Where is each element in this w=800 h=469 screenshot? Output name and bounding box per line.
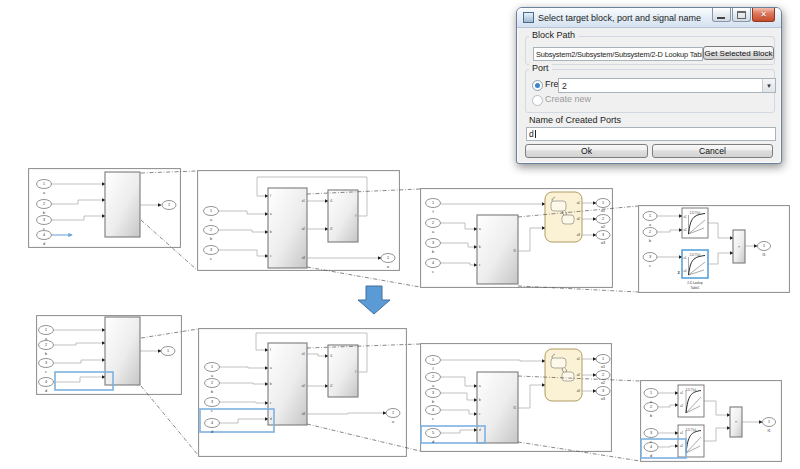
signal-name: o2: [601, 225, 605, 229]
ok-button[interactable]: Ok: [525, 144, 648, 158]
subsystem-block: [477, 215, 518, 284]
signal-name: f1: [762, 253, 765, 257]
inport-number: 2: [43, 202, 45, 206]
block-port-label: o2: [302, 384, 306, 388]
before-after-arrow: [358, 286, 390, 314]
block-port-label: o1: [577, 201, 581, 205]
inport-number: 2: [432, 221, 434, 225]
inport-number: 1: [650, 391, 652, 395]
outport-number: 1: [763, 244, 765, 248]
inport-number: 5: [432, 431, 434, 435]
close-icon: ✕: [760, 11, 767, 19]
close-button[interactable]: ✕: [752, 8, 775, 22]
lookup-table-title: 2-D T(u): [690, 253, 700, 257]
inport-number: 4: [432, 408, 434, 412]
outport-number: 2: [602, 217, 604, 221]
outport-number: 1: [768, 420, 770, 424]
signal-name: d: [650, 454, 652, 458]
outport-number: 2: [602, 373, 604, 377]
chevron-down-icon: ▼: [762, 79, 775, 92]
inport-number: 3: [432, 241, 434, 245]
signal-name: b: [45, 352, 47, 356]
inport-number: 1: [432, 358, 434, 362]
minimize-button[interactable]: [712, 8, 731, 22]
inport-number: 2: [210, 228, 212, 232]
block-port-label: u2: [680, 404, 684, 408]
block-port-label: o2: [577, 373, 581, 377]
inport-number: 3: [432, 391, 434, 395]
select-target-dialog: Select target block, port and signal nam…: [516, 7, 782, 164]
inport-number: 3: [45, 361, 47, 365]
diagram-subsystem2-before: 1a2b3cfabco1o2o3i1i2f1o: [197, 170, 400, 271]
block-port-label: o1: [302, 199, 306, 203]
diagram-root-after: 1a2b3c4d1: [36, 315, 182, 395]
block-port-label: o3: [302, 256, 306, 260]
inport-number: 2: [649, 230, 651, 234]
block-port-label: u1: [680, 431, 684, 435]
product-symbol: ×: [735, 420, 737, 424]
get-selected-block-button[interactable]: Get Selected Block: [703, 46, 774, 60]
outport-number: 3: [602, 389, 604, 393]
inport-number: 4: [43, 233, 45, 237]
block-port-label: i2: [330, 227, 333, 231]
outport-number: 1: [387, 256, 389, 260]
signal-name: f1: [767, 429, 770, 433]
maximize-button[interactable]: [732, 8, 751, 22]
inport-number: 1: [432, 201, 434, 205]
signal-name: b: [211, 390, 213, 394]
signal-name: b: [43, 211, 45, 215]
signal-name: c: [210, 257, 212, 261]
signal-name: c: [45, 370, 47, 374]
name-of-created-ports-input[interactable]: d: [526, 127, 776, 141]
inport-number: 2: [650, 405, 652, 409]
diagram-subsystem-before: 1f2a3b4cabcf1o1o2o31o12o23o3: [420, 188, 613, 288]
signal-name: b: [649, 239, 651, 243]
inport-number: 2: [432, 375, 434, 379]
diagram-subsystem2-after: 1a2b3c4dfabcdo1o2o3i1i2f1o: [198, 328, 407, 457]
block-port-label: o1: [577, 357, 581, 361]
signal-name: d: [45, 389, 47, 393]
block-path-value: Subsystem2/Subsystem/Subsystem/2-D Looku…: [536, 50, 703, 59]
outport-number: 1: [392, 411, 394, 415]
cancel-button[interactable]: Cancel: [652, 144, 773, 158]
minimize-icon: [717, 17, 725, 19]
block-port-label: o2: [302, 227, 306, 231]
outport-number: 3: [602, 233, 604, 237]
signal-name: o2: [601, 381, 605, 385]
port-dropdown-value: 2: [562, 81, 567, 91]
signal-name: b: [432, 400, 434, 404]
inport-number: 4: [45, 380, 47, 384]
inport-number: 4: [211, 421, 213, 425]
screenshot-canvas: 1a2b3c4d1 1a2b3cfabco1o2o3i1i2f1o: [0, 0, 800, 469]
diagram-inner-after: 1a2b3c4d2-D T(u)u1u22-D T(u)u1u2×1f1: [640, 380, 782, 462]
diagram-inner-before: 1a2b3c2-D T(u)u1u22-D T(u)u1u222-D Looku…: [638, 205, 790, 293]
maximize-icon: [737, 11, 746, 19]
block-port-label: o3: [302, 412, 306, 416]
signal-name: o1: [601, 365, 605, 369]
dialog-titlebar[interactable]: Select target block, port and signal nam…: [517, 8, 781, 28]
block-port-label: u1: [684, 215, 688, 219]
create-new-radio[interactable]: [532, 95, 543, 106]
inport-number: 3: [43, 218, 45, 222]
signal-name: o: [387, 265, 389, 269]
block-path-label: Block Path: [529, 30, 578, 40]
inport-number: 3: [210, 248, 212, 252]
inport-number: 3: [650, 431, 652, 435]
subsystem-block-small: [328, 190, 358, 242]
outport-number: 1: [168, 203, 170, 207]
block-path-input[interactable]: Subsystem2/Subsystem/Subsystem/2-D Looku…: [533, 47, 703, 61]
text-caret: [535, 130, 536, 138]
block-port-label: i1: [330, 199, 333, 203]
block-port-label: f1: [513, 406, 516, 410]
lookup-table-title: 2-D T(u): [690, 211, 700, 215]
subsystem-block-small: [328, 345, 358, 397]
free-radio[interactable]: [532, 80, 543, 91]
inport-number: 3: [211, 400, 213, 404]
inport-number: 4: [432, 261, 434, 265]
port-dropdown[interactable]: 2 ▼: [558, 78, 776, 93]
signal-name: o3: [601, 241, 605, 245]
block-port-label: o1: [302, 352, 306, 356]
dialog-title: Select target block, port and signal nam…: [538, 13, 708, 23]
signal-name: o: [392, 420, 394, 424]
block-port-label: o3: [577, 389, 581, 393]
